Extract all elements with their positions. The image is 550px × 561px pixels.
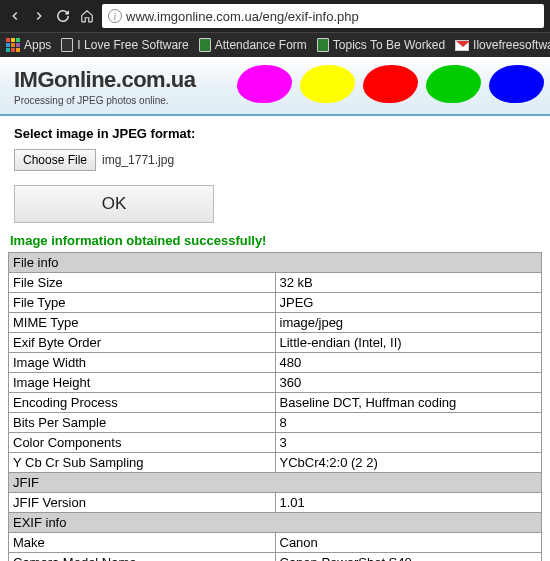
apps-icon (6, 38, 20, 52)
choose-file-button[interactable]: Choose File (14, 149, 96, 171)
blob-yellow (300, 65, 355, 103)
table-row: Y Cb Cr Sub SamplingYCbCr4:2:0 (2 2) (9, 453, 542, 473)
submit-section: OK (0, 175, 550, 229)
form-icon (199, 38, 211, 52)
section-file-info: File info (9, 253, 542, 273)
page-content: IMGonline.com.ua Processing of JPEG phot… (0, 57, 550, 561)
bookmark-topics[interactable]: Topics To Be Worked (317, 38, 445, 52)
success-message: Image information obtained successfully! (0, 229, 550, 250)
mail-icon (455, 40, 469, 51)
section-exif: EXIF info (9, 513, 542, 533)
reload-icon[interactable] (54, 7, 72, 25)
form-icon (317, 38, 329, 52)
forward-icon[interactable] (30, 7, 48, 25)
table-row: Bits Per Sample8 (9, 413, 542, 433)
bookmark-label: Apps (24, 38, 51, 52)
exif-table: File info File Size32 kB File TypeJPEG M… (8, 252, 542, 561)
file-row: Choose File img_1771.jpg (14, 149, 536, 171)
file-select-section: Select image in JPEG format: Choose File… (0, 116, 550, 175)
bookmark-label: Attendance Form (215, 38, 307, 52)
back-icon[interactable] (6, 7, 24, 25)
browser-chrome: i www.imgonline.com.ua/eng/exif-info.php… (0, 0, 550, 57)
table-row: Encoding ProcessBaseline DCT, Huffman co… (9, 393, 542, 413)
bookmark-ilove[interactable]: I Love Free Software (61, 38, 188, 52)
table-row: Exif Byte OrderLittle-endian (Intel, II) (9, 333, 542, 353)
blob-green (426, 65, 481, 103)
url-text: www.imgonline.com.ua/eng/exif-info.php (126, 9, 359, 24)
color-blobs (237, 65, 544, 103)
bookmark-attendance[interactable]: Attendance Form (199, 38, 307, 52)
site-header: IMGonline.com.ua Processing of JPEG phot… (0, 57, 550, 116)
address-bar[interactable]: i www.imgonline.com.ua/eng/exif-info.php (102, 4, 544, 28)
ok-button[interactable]: OK (14, 185, 214, 223)
page-icon (61, 38, 73, 52)
table-row: Color Components3 (9, 433, 542, 453)
table-row: MakeCanon (9, 533, 542, 553)
bookmark-label: Topics To Be Worked (333, 38, 445, 52)
table-row: Image Height360 (9, 373, 542, 393)
home-icon[interactable] (78, 7, 96, 25)
table-row: File TypeJPEG (9, 293, 542, 313)
blob-red (363, 65, 418, 103)
table-row: JFIF Version1.01 (9, 493, 542, 513)
bookmark-apps[interactable]: Apps (6, 38, 51, 52)
section-jfif: JFIF (9, 473, 542, 493)
blob-blue (489, 65, 544, 103)
blob-magenta (237, 65, 292, 103)
bookmark-label: Ilovefreesoftware.com (473, 38, 550, 52)
table-row: Camera Model NameCanon PowerShot S40 (9, 553, 542, 562)
bookmark-bar: Apps I Love Free Software Attendance For… (0, 32, 550, 57)
browser-nav-row: i www.imgonline.com.ua/eng/exif-info.php (0, 0, 550, 32)
table-row: File Size32 kB (9, 273, 542, 293)
site-info-icon[interactable]: i (108, 9, 122, 23)
bookmark-ilovemail[interactable]: Ilovefreesoftware.com (455, 38, 550, 52)
bookmark-label: I Love Free Software (77, 38, 188, 52)
select-label: Select image in JPEG format: (14, 126, 536, 141)
selected-filename: img_1771.jpg (102, 153, 174, 167)
table-row: Image Width480 (9, 353, 542, 373)
table-row: MIME Typeimage/jpeg (9, 313, 542, 333)
